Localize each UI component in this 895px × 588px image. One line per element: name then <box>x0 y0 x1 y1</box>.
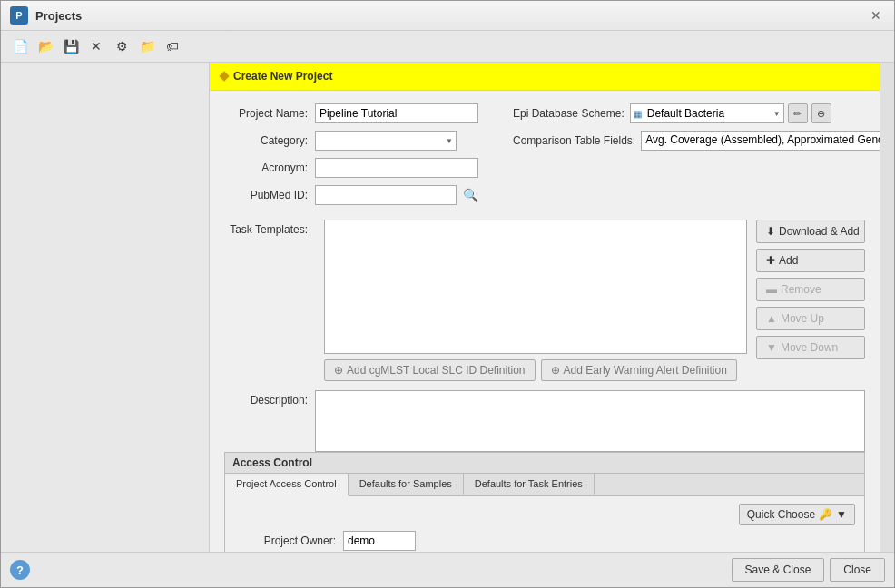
epi-copy-button[interactable]: ⊕ <box>811 103 831 123</box>
folder-button[interactable]: 📁 <box>135 34 159 58</box>
settings-button[interactable]: ⚙ <box>110 34 133 58</box>
side-buttons: ⬇ Download & Add ✚ Add ▬ Remove ▲ <box>756 220 865 381</box>
epi-select[interactable]: Default Bacteria <box>630 103 784 123</box>
add-early-warning-icon: ⊕ <box>551 364 560 377</box>
remove-icon: ▬ <box>766 283 777 296</box>
task-action-buttons: ⊕ Add cgMLST Local SLC ID Definition ⊕ A… <box>324 359 747 381</box>
description-label: Description: <box>224 390 315 452</box>
project-name-label: Project Name: <box>224 107 315 120</box>
access-control-tabs: Project Access Control Defaults for Samp… <box>225 474 864 496</box>
task-templates-label: Task Templates: <box>224 220 315 381</box>
quick-choose-dropdown-icon: ▼ <box>836 508 847 521</box>
project-owner-input[interactable] <box>343 531 416 551</box>
add-icon: ✚ <box>766 254 775 267</box>
tag-button[interactable]: 🏷 <box>161 34 184 58</box>
quick-choose-button[interactable]: Quick Choose 🔑 ▼ <box>739 504 855 525</box>
epi-database-label: Epi Database Scheme: <box>513 107 625 120</box>
epi-edit-button[interactable]: ✏ <box>788 103 808 123</box>
help-button[interactable]: ? <box>10 560 30 580</box>
scrollbar[interactable] <box>880 63 894 552</box>
content-area: Create New Project Project Name: <box>210 63 880 552</box>
open-button[interactable]: 📂 <box>34 34 57 58</box>
title-bar: P Projects ✕ <box>1 1 894 31</box>
project-owner-row: Project Owner: <box>234 531 855 551</box>
create-project-title: Create New Project <box>233 70 332 83</box>
move-up-icon: ▲ <box>766 312 777 325</box>
comparison-table-label: Comparison Table Fields: <box>513 134 635 147</box>
task-templates-list[interactable] <box>324 220 747 354</box>
task-templates-content: ⊕ Add cgMLST Local SLC ID Definition ⊕ A… <box>324 220 747 381</box>
acronym-label: Acronym: <box>224 162 315 174</box>
pubmed-input[interactable] <box>315 185 457 205</box>
add-early-warning-button[interactable]: ⊕ Add Early Warning Alert Definition <box>541 359 737 381</box>
key-icon: 🔑 <box>819 508 832 521</box>
category-select-wrapper <box>315 131 457 151</box>
move-up-button[interactable]: ▲ Move Up <box>756 307 865 330</box>
bottom-bar: ? Save & Close Close <box>1 552 894 587</box>
toolbar: 📄 📂 💾 ✕ ⚙ 📁 🏷 <box>1 31 894 63</box>
title-bar-left: P Projects <box>10 6 82 24</box>
acronym-input[interactable] <box>315 158 478 178</box>
tab-project-access-control[interactable]: Project Access Control <box>225 474 349 496</box>
delete-button[interactable]: ✕ <box>84 34 108 58</box>
pubmed-row: PubMed ID: 🔍 <box>224 185 480 205</box>
save-button[interactable]: 💾 <box>59 34 83 58</box>
download-add-button[interactable]: ⬇ Download & Add <box>756 220 865 243</box>
epi-database-row: Epi Database Scheme: ▦ Default Bacteria … <box>513 103 880 123</box>
db-icon: ▦ <box>634 109 642 119</box>
sidebar <box>1 63 210 552</box>
header-diamond-icon <box>219 71 229 81</box>
main-content: Create New Project Project Name: <box>1 63 894 552</box>
tab-defaults-for-task-entries[interactable]: Defaults for Task Entries <box>464 474 595 495</box>
description-textarea[interactable] <box>315 390 865 452</box>
create-project-header: Create New Project <box>210 63 880 91</box>
projects-window: P Projects ✕ 📄 📂 💾 ✕ ⚙ 📁 🏷 Create New Pr… <box>0 0 895 588</box>
category-label: Category: <box>224 134 315 147</box>
category-row: Category: <box>224 131 480 151</box>
pubmed-label: PubMed ID: <box>224 189 315 201</box>
download-icon: ⬇ <box>766 225 775 238</box>
project-owner-label: Project Owner: <box>234 534 343 547</box>
epi-select-wrapper: ▦ Default Bacteria ▼ <box>630 103 784 123</box>
close-button[interactable]: Close <box>830 558 885 582</box>
project-name-row: Project Name: <box>224 103 480 123</box>
comparison-table-row: Comparison Table Fields: Avg. Coverage (… <box>513 131 880 151</box>
access-control-header: Access Control <box>225 453 864 474</box>
right-form-column: Epi Database Scheme: ▦ Default Bacteria … <box>495 103 880 212</box>
save-close-button[interactable]: Save & Close <box>732 558 825 582</box>
add-cgmlst-label: Add cgMLST Local SLC ID Definition <box>347 364 526 377</box>
add-early-warning-label: Add Early Warning Alert Definition <box>564 364 727 377</box>
quick-choose-row: Quick Choose 🔑 ▼ <box>234 504 855 525</box>
move-down-icon: ▼ <box>766 341 777 354</box>
category-select[interactable] <box>315 131 457 151</box>
task-templates-section: Task Templates: ⊕ Add cgMLST Local SLC I… <box>224 220 865 381</box>
pubmed-input-area: 🔍 <box>315 185 480 205</box>
window-title: Projects <box>35 9 82 23</box>
comparison-table-value: Avg. Coverage (Assembled), Approximated … <box>641 131 880 151</box>
new-button[interactable]: 📄 <box>8 34 32 58</box>
window-close-button[interactable]: ✕ <box>867 6 885 24</box>
quick-choose-label: Quick Choose <box>747 508 815 521</box>
epi-controls: ▦ Default Bacteria ▼ ✏ ⊕ <box>630 103 831 123</box>
add-cgmlst-button[interactable]: ⊕ Add cgMLST Local SLC ID Definition <box>324 359 536 381</box>
add-cgmlst-icon: ⊕ <box>334 364 343 377</box>
tab-defaults-for-samples[interactable]: Defaults for Samples <box>349 474 464 495</box>
form-container: Project Name: Category: <box>210 91 880 552</box>
left-form-column: Project Name: Category: <box>224 103 480 212</box>
acronym-row: Acronym: <box>224 158 480 178</box>
move-down-button[interactable]: ▼ Move Down <box>756 336 865 359</box>
tab-content-area: Quick Choose 🔑 ▼ Project Owner: <box>225 496 864 552</box>
pubmed-search-button[interactable]: 🔍 <box>460 185 480 205</box>
bottom-buttons: Save & Close Close <box>732 558 885 582</box>
access-control-section: Access Control Project Access Control De… <box>224 452 865 552</box>
remove-button[interactable]: ▬ Remove <box>756 278 865 301</box>
project-name-input[interactable] <box>315 103 478 123</box>
add-button[interactable]: ✚ Add <box>756 249 865 272</box>
description-section: Description: <box>224 390 865 452</box>
app-icon: P <box>10 6 28 24</box>
